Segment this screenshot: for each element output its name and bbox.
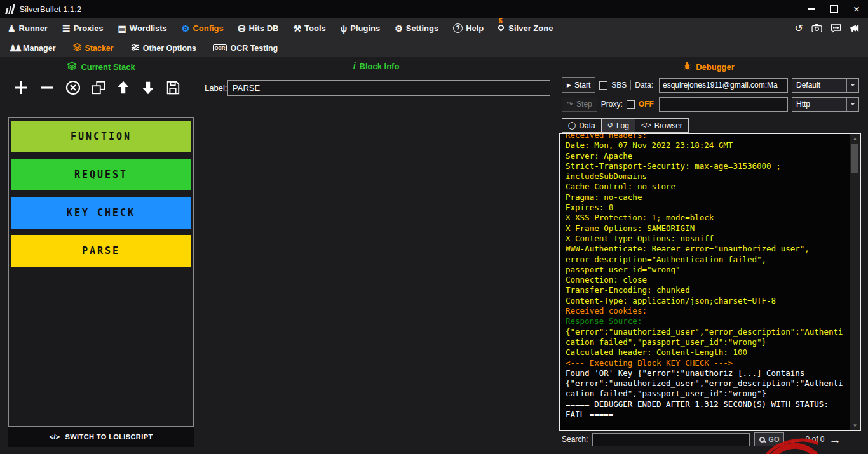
move-down-button[interactable] — [140, 80, 156, 95]
debug-data-input[interactable] — [659, 78, 788, 93]
block-label: PARSE — [82, 245, 120, 257]
stack-block-request[interactable]: REQUEST — [11, 159, 191, 190]
window-title: SilverBullet 1.1.2 — [20, 4, 82, 14]
move-up-button[interactable] — [116, 80, 131, 95]
menu-label: Stacker — [85, 44, 114, 53]
debugger-tabs: ◯ Data ↺ Log </> Browser — [562, 118, 688, 133]
log-search-input[interactable] — [592, 433, 750, 446]
log-line: Received headers: — [566, 133, 846, 140]
scroll-down-icon[interactable]: ▼ — [853, 421, 858, 430]
menu-item-silver-zone[interactable]: 5 Silver Zone — [498, 23, 553, 33]
menu-item-wordlists[interactable]: ▤ Wordlists — [118, 23, 167, 33]
wordlists-icon: ▤ — [118, 24, 126, 33]
log-panel[interactable]: Received headers:Date: Mon, 07 Nov 2022 … — [559, 133, 861, 431]
block-label-input[interactable] — [227, 80, 550, 96]
proxy-input[interactable] — [659, 97, 788, 112]
remove-block-button[interactable] — [39, 79, 55, 96]
block-label: KEY CHECK — [67, 207, 135, 218]
log-line: Connection: close — [566, 275, 846, 285]
history-icon[interactable]: ↺ — [795, 23, 803, 34]
step-button[interactable]: ↷ Step — [562, 97, 597, 112]
proxy-checkbox[interactable] — [627, 100, 635, 109]
maximize-button[interactable] — [822, 0, 845, 18]
scroll-up-icon[interactable]: ▲ — [853, 134, 858, 143]
stack-block-parse[interactable]: PARSE — [11, 235, 191, 267]
scrollbar-thumb[interactable] — [851, 144, 858, 173]
stack-block-key-check[interactable]: KEY CHECK — [11, 197, 191, 229]
log-line: ===== DEBUGGER ENDED AFTER 1.312 SECOND(… — [566, 399, 846, 420]
menu-item-configs[interactable]: ⚙ Configs — [182, 23, 224, 33]
plug-icon: ψ — [341, 24, 348, 33]
log-line: Received cookies: — [566, 306, 846, 316]
titlebar: SilverBullet 1.1.2 × — [0, 0, 868, 18]
log-line: X-XSS-Protection: 1; mode=block — [566, 213, 846, 223]
database-icon: ⛁ — [238, 24, 246, 33]
camera-icon[interactable] — [811, 23, 822, 33]
log-line: Content-Type: application/json;charset=U… — [566, 296, 846, 306]
menu-label: Hits DB — [249, 23, 279, 33]
close-button[interactable]: × — [845, 0, 868, 18]
info-icon: i — [353, 61, 356, 71]
section-title: Block Info — [360, 62, 400, 71]
submenu-item-manager[interactable]: ♟♟ Manager — [9, 44, 56, 53]
clear-stack-button[interactable] — [65, 79, 81, 96]
wordlist-type-select[interactable]: Default — [792, 78, 859, 93]
log-scrollbar[interactable]: ▲ ▼ — [850, 134, 860, 430]
chat-icon[interactable] — [831, 23, 841, 33]
proxy-type-value: Http — [796, 100, 810, 109]
sbs-checkbox[interactable] — [599, 81, 607, 90]
wordlist-type-value: Default — [796, 81, 820, 90]
proxy-type-select[interactable]: Http — [792, 97, 859, 112]
code-icon: </> — [49, 433, 60, 441]
clone-block-button[interactable] — [91, 80, 106, 95]
menu-item-runner[interactable]: ♟ Runner — [8, 23, 48, 33]
log-line: Strict-Transport-Security: max-age=31536… — [566, 161, 846, 182]
circle-icon: ◯ — [568, 122, 576, 129]
tab-browser[interactable]: </> Browser — [635, 118, 689, 133]
gear-icon: ⚙ — [182, 24, 190, 33]
divider — [846, 98, 847, 111]
menu-item-tools[interactable]: ⚒ Tools — [293, 23, 325, 33]
menu-item-settings[interactable]: ⚙ Settings — [395, 23, 438, 33]
menu-label: Settings — [406, 23, 438, 33]
next-match-button[interactable]: → — [829, 434, 841, 446]
submenu-item-ocr-testing[interactable]: OCR OCR Testing — [213, 44, 278, 53]
minimize-button[interactable] — [799, 0, 822, 18]
app-logo-icon — [5, 4, 15, 14]
megaphone-icon[interactable] — [850, 23, 860, 33]
prev-match-button[interactable]: ← — [789, 434, 801, 446]
proxy-status: OFF — [639, 100, 654, 109]
add-block-button[interactable] — [13, 79, 29, 96]
stack-block-function[interactable]: FUNCTION — [11, 121, 191, 152]
start-button[interactable]: ▶ Start — [562, 77, 595, 93]
log-line: WWW-Authenticate: Bearer error="unauthor… — [566, 244, 846, 275]
submenu-item-stacker[interactable]: Stacker — [72, 43, 114, 54]
search-go-button[interactable]: GO — [754, 432, 784, 446]
debugger-header: Debugger — [635, 61, 782, 72]
menu-label: Tools — [304, 23, 326, 33]
submenu-item-other-options[interactable]: Other Options — [130, 43, 196, 54]
menu-label: Configs — [193, 23, 223, 33]
menu-item-hits-db[interactable]: ⛁ Hits DB — [238, 23, 279, 33]
log-line: Transfer-Encoding: chunked — [566, 285, 846, 295]
step-icon: ↷ — [567, 100, 573, 109]
layers-icon — [67, 61, 77, 73]
section-title: Debugger — [696, 62, 735, 72]
save-config-button[interactable] — [165, 80, 180, 95]
ocr-icon: OCR — [213, 44, 227, 52]
layers-icon — [72, 43, 82, 54]
switch-to-loliscript-button[interactable]: </> SWITCH TO LOLISCRIPT — [8, 427, 194, 447]
divider — [846, 79, 847, 92]
menu-item-help[interactable]: ? Help — [453, 23, 484, 33]
section-title: Current Stack — [81, 62, 135, 72]
menu-label: Wordlists — [130, 23, 167, 33]
menu-item-plugins[interactable]: ψ Plugins — [341, 23, 381, 33]
menu-label: Other Options — [143, 44, 196, 53]
switch-label: SWITCH TO LOLISCRIPT — [65, 433, 153, 441]
start-label: Start — [574, 81, 590, 90]
menu-item-proxies[interactable]: ☰ Proxies — [62, 23, 104, 33]
tab-log[interactable]: ↺ Log — [601, 118, 635, 133]
label-caption: Label: — [205, 83, 227, 93]
tab-data[interactable]: ◯ Data — [562, 118, 602, 133]
tab-label: Browser — [654, 121, 682, 130]
